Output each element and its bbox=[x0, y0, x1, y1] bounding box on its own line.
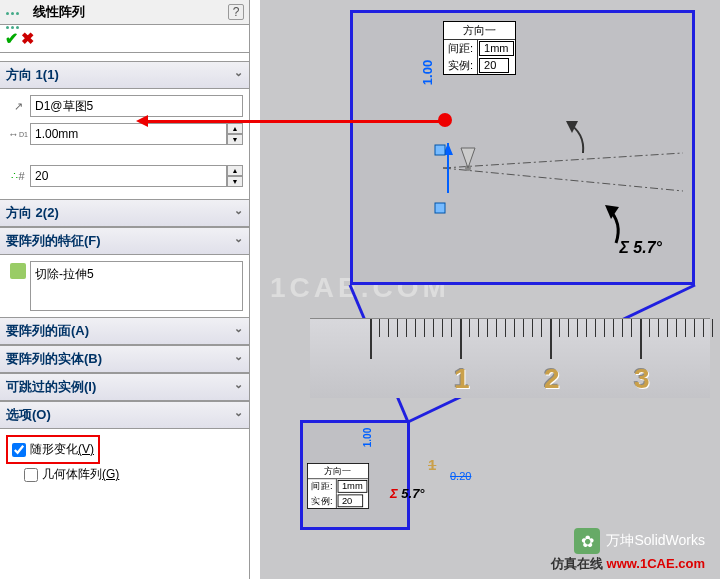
collapse-icon: ⌄ bbox=[234, 406, 243, 419]
section-features-body: 切除-拉伸5 bbox=[0, 255, 249, 317]
count-spinner[interactable]: ▲▼ bbox=[227, 165, 243, 187]
direction-ref-icon: ↗ bbox=[6, 96, 30, 116]
svg-rect-8 bbox=[435, 145, 445, 155]
panel-title-bar: 线性阵列 ? bbox=[0, 0, 249, 25]
help-button[interactable]: ? bbox=[228, 4, 244, 20]
geometry-pattern-label: 几何体阵列(G) bbox=[42, 466, 119, 483]
svg-marker-5 bbox=[461, 148, 475, 168]
panel-title: 线性阵列 bbox=[33, 3, 85, 21]
section-direction2-header[interactable]: 方向 2(2) ⌄ bbox=[0, 199, 249, 227]
collapse-icon: ⌄ bbox=[234, 350, 243, 363]
ruler-body: document.write(Array.from({length:40},(_… bbox=[310, 318, 710, 398]
section-skip-header[interactable]: 可跳过的实例(I) ⌄ bbox=[0, 373, 249, 401]
angle-dimension: Σ 5.7° bbox=[619, 239, 662, 257]
ruler-number-1: 1 bbox=[454, 363, 470, 395]
ruler-callout-box: 方向一 间距:1mm 实例:20 bbox=[307, 463, 369, 509]
collapse-icon: ⌄ bbox=[234, 66, 243, 79]
linear-pattern-icon bbox=[5, 4, 29, 20]
section-direction2-title: 方向 2(2) bbox=[6, 205, 59, 220]
section-faces-title: 要阵列的面(A) bbox=[6, 323, 89, 338]
wechat-icon: ✿ bbox=[574, 528, 600, 554]
section-options-title: 选项(O) bbox=[6, 407, 51, 422]
ok-button[interactable]: ✔ bbox=[5, 29, 18, 48]
ruler-angle: Σ 5.7° bbox=[390, 486, 425, 501]
section-options-header[interactable]: 选项(O) ⌄ bbox=[0, 401, 249, 429]
direction-reference-input[interactable] bbox=[30, 95, 243, 117]
ruler-detail-frame: 方向一 间距:1mm 实例:20 bbox=[300, 420, 410, 530]
vary-sketch-checkbox[interactable] bbox=[12, 443, 26, 457]
count-input[interactable] bbox=[30, 165, 227, 187]
panel-action-bar: ✔ ✖ bbox=[0, 25, 249, 53]
ruler-number-3: 3 bbox=[634, 363, 650, 395]
section-direction1-header[interactable]: 方向 1(1) ⌄ bbox=[0, 61, 249, 89]
svg-marker-7 bbox=[605, 205, 619, 219]
collapse-icon: ⌄ bbox=[234, 322, 243, 335]
ruler-dim1: 1.00 bbox=[362, 428, 373, 447]
svg-marker-6 bbox=[566, 121, 578, 133]
svg-rect-9 bbox=[435, 203, 445, 213]
section-direction1-body: ↗ ↔D1 ▲▼ ∴# ▲▼ bbox=[0, 89, 249, 199]
svg-line-1 bbox=[443, 168, 683, 191]
feature-item-label: 切除-拉伸5 bbox=[35, 266, 94, 283]
collapse-icon: ⌄ bbox=[234, 232, 243, 245]
site-watermark: 仿真在线 www.1CAE.com bbox=[551, 555, 705, 573]
ruler-number-2: 2 bbox=[544, 363, 560, 395]
spacing-icon: ↔D1 bbox=[6, 124, 30, 144]
features-listbox[interactable]: 切除-拉伸5 bbox=[30, 261, 243, 311]
annotation-endpoint bbox=[438, 113, 452, 127]
highlight-box: 随形变化(V) bbox=[6, 435, 100, 464]
section-faces-header[interactable]: 要阵列的面(A) ⌄ bbox=[0, 317, 249, 345]
geometry-pattern-checkbox[interactable] bbox=[24, 468, 38, 482]
count-icon: ∴# bbox=[6, 166, 30, 186]
wechat-watermark: ✿ 万坤SolidWorks bbox=[574, 528, 705, 554]
zoom-detail-frame: 方向一 间距:1mm 实例:20 1.00 Σ 5.7° bbox=[350, 10, 695, 285]
spacing-spinner[interactable]: ▲▼ bbox=[227, 123, 243, 145]
collapse-icon: ⌄ bbox=[234, 204, 243, 217]
spacing-input[interactable] bbox=[30, 123, 227, 145]
section-direction1-title: 方向 1(1) bbox=[6, 67, 59, 82]
section-skip-title: 可跳过的实例(I) bbox=[6, 379, 96, 394]
ruler-dim2: 0.20 bbox=[450, 470, 471, 482]
property-panel: 线性阵列 ? ✔ ✖ 方向 1(1) ⌄ ↗ ↔D1 ▲▼ ∴# ▲▼ 方向 2… bbox=[0, 0, 250, 579]
section-features-header[interactable]: 要阵列的特征(F) ⌄ bbox=[0, 227, 249, 255]
feature-list-item[interactable]: 切除-拉伸5 bbox=[35, 266, 238, 283]
ruler-mark1: 1 bbox=[428, 456, 436, 473]
collapse-icon: ⌄ bbox=[234, 378, 243, 391]
cancel-button[interactable]: ✖ bbox=[21, 29, 34, 48]
section-bodies-title: 要阵列的实体(B) bbox=[6, 351, 102, 366]
vary-sketch-label: 随形变化(V) bbox=[30, 441, 94, 458]
feature-select-icon bbox=[6, 261, 30, 281]
section-features-title: 要阵列的特征(F) bbox=[6, 233, 101, 248]
section-options-body: 随形变化(V) 几何体阵列(G) bbox=[0, 429, 249, 491]
section-bodies-header[interactable]: 要阵列的实体(B) ⌄ bbox=[0, 345, 249, 373]
annotation-arrow bbox=[140, 120, 440, 123]
svg-line-0 bbox=[443, 153, 683, 168]
